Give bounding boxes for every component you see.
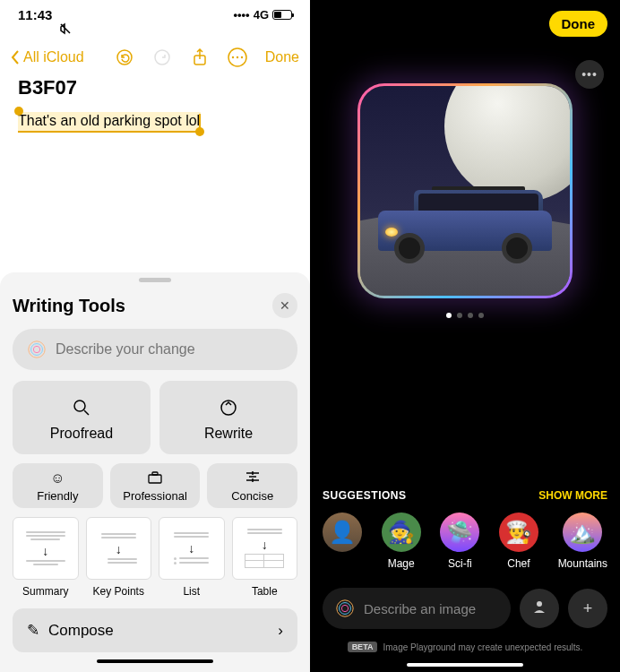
battery-icon [272,10,292,20]
describe-image-input[interactable]: Describe an image [323,588,511,629]
mountain-icon: 🏔️ [563,513,602,552]
notes-app: 11:43 •••• 4G All iCloud Done B3F07 That… [0,0,310,672]
describe-field[interactable] [56,341,283,358]
concise-icon [245,470,261,487]
image-preview-area: ••• [310,47,620,327]
done-button[interactable]: Done [549,11,608,37]
close-button[interactable]: ✕ [272,293,297,318]
rewrite-icon [219,397,238,418]
pencil-icon: ✎ [27,621,39,640]
person-button[interactable] [520,589,559,628]
summary-button[interactable]: ↓ Summary [13,517,79,598]
silent-icon [59,22,72,35]
sparkle-icon [335,599,355,618]
svg-point-5 [237,56,238,58]
beta-badge: BETA [348,642,378,652]
svg-point-8 [31,344,43,356]
professional-button[interactable]: Professional [110,463,201,508]
keypoints-button[interactable]: ↓ Key Points [86,517,152,598]
network-label: 4G [254,8,269,22]
nav-bar: All iCloud Done [0,39,310,76]
suggestions-title: SUGGESTIONS [323,489,407,502]
image-playground: Done ••• SUGGESTIONS [310,0,620,672]
footer-note: BETA Image Playground may create unexpec… [310,642,620,659]
more-button[interactable] [228,47,247,67]
redo-button[interactable] [152,47,172,67]
show-more-button[interactable]: SHOW MORE [538,489,607,502]
car-graphic [378,190,552,271]
down-arrow-icon: ↓ [116,542,122,556]
suggestion-mage[interactable]: 🧙 Mage [382,513,421,570]
svg-point-10 [74,401,85,411]
page-indicator[interactable] [446,313,484,318]
writing-tools-sheet: Writing Tools ✕ Proofread Rewrite ☺Frien… [0,272,310,672]
suggestion-chef[interactable]: 👨‍🍳 Chef [499,513,538,570]
status-time: 11:43 [18,7,52,22]
suggestion-person[interactable]: 👤 [323,513,362,570]
list-button[interactable]: ↓ List [159,517,225,598]
moon-graphic [444,86,570,202]
describe-input[interactable] [13,329,297,370]
table-button[interactable]: ↓ Table [232,517,298,598]
person-icon [532,599,547,618]
magnifier-icon [72,397,91,418]
compose-button[interactable]: ✎Compose › [13,608,297,652]
suggestions-section: SUGGESTIONS SHOW MORE 👤 🧙 Mage 🛸 Sci-fi … [310,473,620,575]
note-title: B3F07 [18,76,292,99]
share-button[interactable] [190,47,210,67]
rewrite-button[interactable]: Rewrite [159,381,297,454]
svg-point-19 [340,603,351,615]
svg-point-7 [33,346,39,352]
down-arrow-icon: ↓ [262,538,268,552]
note-content[interactable]: B3F07 That's an old parking spot lol [0,76,310,142]
svg-point-4 [232,56,234,58]
signal-icon: •••• [233,8,249,22]
chef-icon: 👨‍🍳 [499,513,538,552]
sheet-title: Writing Tools [13,296,125,316]
add-button[interactable]: + [568,589,607,628]
svg-point-18 [341,605,348,611]
friendly-button[interactable]: ☺Friendly [13,463,103,508]
close-icon: ✕ [280,298,290,313]
home-indicator[interactable] [407,663,523,667]
back-label: All iCloud [23,49,84,65]
status-right: •••• 4G [233,8,292,22]
ufo-icon: 🛸 [440,513,479,552]
down-arrow-icon: ↓ [188,541,194,556]
status-bar: 11:43 •••• 4G [0,0,310,22]
plus-icon: + [583,599,593,618]
svg-point-6 [241,56,243,58]
avatar-icon: 👤 [323,513,362,552]
selection-handle-start[interactable] [14,107,23,116]
mage-icon: 🧙 [382,513,421,552]
undo-button[interactable] [115,47,134,67]
briefcase-icon [147,470,163,487]
smile-icon: ☺ [50,470,65,487]
down-arrow-icon: ↓ [42,544,48,558]
selection-handle-end[interactable] [195,127,204,136]
chevron-right-icon: › [278,622,283,640]
suggestion-scifi[interactable]: 🛸 Sci-fi [440,513,479,570]
chevron-left-icon [11,50,20,65]
back-button[interactable]: All iCloud [11,49,84,65]
suggestion-mountains[interactable]: 🏔️ Mountains [558,513,607,570]
more-button[interactable]: ••• [575,60,604,89]
svg-rect-14 [152,472,158,475]
sheet-grabber[interactable] [139,278,171,282]
generated-image[interactable] [357,83,573,298]
proofread-button[interactable]: Proofread [13,381,151,454]
svg-rect-13 [149,475,161,483]
sparkle-icon [27,340,47,359]
selected-text[interactable]: That's an old parking spot lol [18,112,201,133]
done-button[interactable]: Done [265,49,299,65]
svg-point-21 [537,601,542,607]
ellipsis-icon: ••• [581,67,598,82]
concise-button[interactable]: Concise [207,463,297,508]
svg-line-11 [84,410,89,415]
home-indicator[interactable] [97,659,213,663]
